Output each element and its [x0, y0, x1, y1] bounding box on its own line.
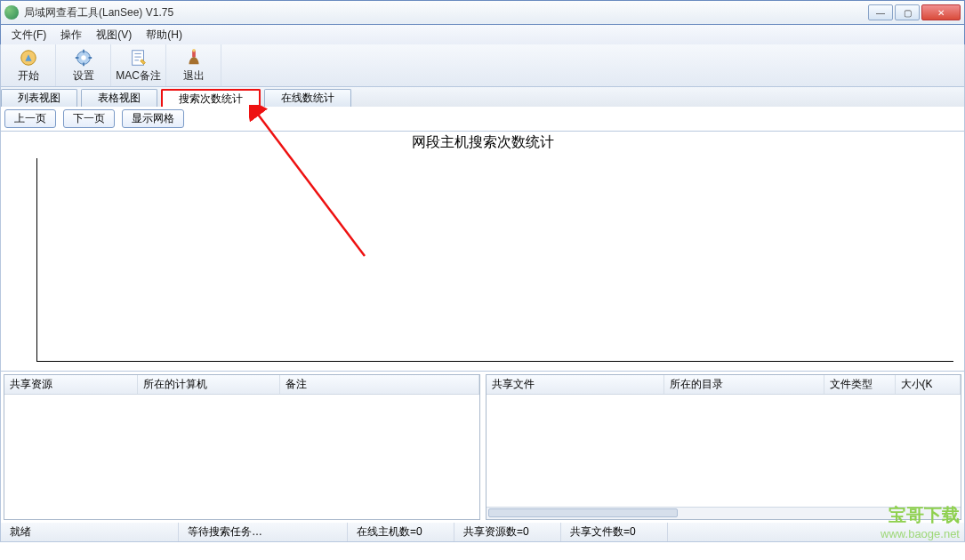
exit-icon — [184, 48, 204, 68]
prev-page-button[interactable]: 上一页 — [4, 109, 56, 128]
panel-right-scrollbar[interactable] — [487, 507, 961, 519]
col-directory[interactable]: 所在的目录 — [664, 375, 824, 394]
panel-shared-files: 共享文件 所在的目录 文件类型 大小(K — [486, 374, 962, 520]
bottom-panels: 共享资源 所在的计算机 备注 共享文件 所在的目录 文件类型 大小(K — [0, 372, 965, 523]
tab-searchstats[interactable]: 搜索次数统计 — [161, 89, 261, 107]
toolbar: 开始 设置 MAC备注 退出 — [0, 44, 965, 87]
status-waiting: 等待搜索任务… — [179, 523, 348, 541]
window-buttons: — ▢ ✕ — [868, 4, 961, 20]
panel-left-body[interactable] — [4, 395, 479, 519]
toolbar-settings[interactable]: 设置 — [56, 44, 111, 86]
menu-file[interactable]: 文件(F) — [4, 26, 53, 44]
minimize-button[interactable]: — — [868, 4, 893, 20]
panel-shared-resources: 共享资源 所在的计算机 备注 — [4, 374, 480, 520]
menu-help[interactable]: 帮助(H) — [139, 26, 189, 44]
menu-view[interactable]: 视图(V) — [89, 26, 139, 44]
menu-bar: 文件(F) 操作 视图(V) 帮助(H) — [0, 25, 965, 44]
col-shared-file[interactable]: 共享文件 — [487, 375, 664, 394]
col-note[interactable]: 备注 — [280, 375, 479, 394]
close-button[interactable]: ✕ — [921, 4, 961, 20]
note-icon — [129, 48, 149, 68]
settings-icon — [74, 48, 93, 68]
toolbar-macnote[interactable]: MAC备注 — [111, 44, 166, 86]
col-shared-resource[interactable]: 共享资源 — [4, 375, 138, 394]
panel-left-header: 共享资源 所在的计算机 备注 — [4, 375, 479, 395]
status-shared-res: 共享资源数=0 — [454, 523, 561, 541]
tab-bar: 列表视图 表格视图 搜索次数统计 在线数统计 — [0, 87, 965, 107]
tab-tableview[interactable]: 表格视图 — [81, 89, 157, 107]
window-title: 局域网查看工具(LanSee) V1.75 — [24, 5, 868, 20]
menu-operate[interactable]: 操作 — [53, 26, 89, 44]
next-page-button[interactable]: 下一页 — [63, 109, 115, 128]
status-bar: 就绪 等待搜索任务… 在线主机数=0 共享资源数=0 共享文件数=0 — [0, 523, 965, 542]
chart-frame — [36, 158, 953, 362]
scrollbar-thumb[interactable] — [488, 508, 678, 517]
tab-listview[interactable]: 列表视图 — [1, 89, 77, 107]
toolbar-exit-label: 退出 — [183, 68, 205, 84]
status-online-hosts: 在线主机数=0 — [348, 523, 454, 541]
svg-point-5 — [192, 48, 196, 52]
title-bar: 局域网查看工具(LanSee) V1.75 — ▢ ✕ — [0, 0, 965, 25]
col-filetype[interactable]: 文件类型 — [824, 375, 896, 394]
app-icon — [4, 5, 19, 20]
toolbar-start-label: 开始 — [18, 68, 39, 84]
toolbar-start[interactable]: 开始 — [1, 44, 56, 86]
chart-area: 网段主机搜索次数统计 — [0, 132, 965, 372]
chart-title: 网段主机搜索次数统计 — [412, 133, 554, 152]
toolbar-exit[interactable]: 退出 — [166, 44, 221, 86]
maximize-button[interactable]: ▢ — [895, 4, 920, 20]
col-size[interactable]: 大小(K — [896, 375, 961, 394]
panel-right-header: 共享文件 所在的目录 文件类型 大小(K — [487, 375, 961, 395]
status-ready: 就绪 — [1, 523, 179, 541]
toolbar-macnote-label: MAC备注 — [116, 68, 161, 84]
show-grid-button[interactable]: 显示网格 — [122, 109, 184, 128]
status-shared-files: 共享文件数=0 — [561, 523, 668, 541]
svg-point-2 — [81, 55, 86, 60]
col-computer[interactable]: 所在的计算机 — [138, 375, 280, 394]
toolbar-settings-label: 设置 — [73, 68, 94, 84]
tab-onlinestats[interactable]: 在线数统计 — [264, 89, 351, 107]
panel-right-body[interactable] — [487, 395, 961, 507]
start-icon — [19, 48, 38, 68]
sub-toolbar: 上一页 下一页 显示网格 — [0, 107, 965, 132]
